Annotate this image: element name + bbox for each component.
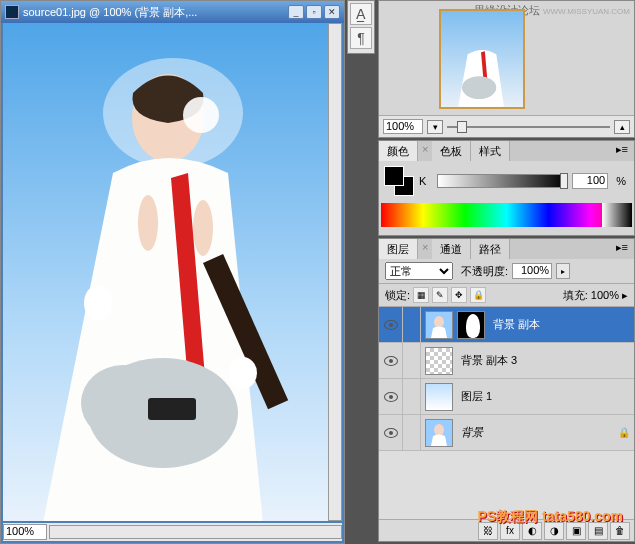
fg-color-swatch[interactable] (385, 167, 403, 185)
layer-name[interactable]: 背景 副本 3 (457, 353, 634, 368)
navigator-zoom-input[interactable]: 100% (383, 119, 423, 134)
navigator-panel: 思缘设计论坛 WWW.MISSYUAN.COM 100% ▾ ▴ (378, 0, 635, 138)
eye-icon (384, 320, 398, 330)
svg-point-12 (462, 76, 496, 99)
zoom-out-button[interactable]: ▾ (427, 120, 443, 134)
minimize-button[interactable]: _ (288, 5, 304, 19)
layer-thumbnail[interactable] (425, 419, 453, 447)
layer-mask-thumbnail[interactable] (457, 311, 485, 339)
eye-icon (384, 428, 398, 438)
layer-row[interactable]: 背景 🔒 (379, 415, 634, 451)
close-button[interactable]: ✕ (324, 5, 340, 19)
panels-area: 思缘设计论坛 WWW.MISSYUAN.COM 100% ▾ ▴ 颜色 × 色板… (378, 0, 635, 544)
link-column[interactable] (403, 343, 421, 378)
svg-point-16 (434, 424, 444, 436)
visibility-toggle[interactable] (379, 343, 403, 378)
layer-row[interactable]: 背景 副本 3 (379, 343, 634, 379)
lock-indicator-icon: 🔒 (618, 427, 634, 438)
titlebar: source01.jpg @ 100% (背景 副本,... _ ▫ ✕ (1, 1, 344, 23)
lock-transparency-icon[interactable]: ▦ (413, 287, 429, 303)
document-window: source01.jpg @ 100% (背景 副本,... _ ▫ ✕ 100… (0, 0, 345, 544)
tab-color[interactable]: 颜色 (379, 141, 418, 161)
panel-menu-icon[interactable]: ▸≡ (610, 141, 634, 161)
lock-all-icon[interactable]: 🔒 (470, 287, 486, 303)
horizontal-scrollbar[interactable] (49, 525, 342, 539)
svg-point-14 (434, 316, 444, 328)
color-spectrum[interactable] (381, 203, 632, 227)
canvas[interactable] (3, 23, 328, 521)
k-slider[interactable] (437, 174, 566, 188)
link-column[interactable] (403, 379, 421, 414)
percent-label: % (614, 175, 628, 187)
layer-thumbnail[interactable] (425, 383, 453, 411)
restore-button[interactable]: ▫ (306, 5, 322, 19)
char-panel-icon[interactable]: A̲ (350, 3, 372, 25)
type-toolbar: A̲ ¶ (347, 0, 375, 54)
svg-point-3 (138, 195, 158, 251)
layer-list: 背景 副本 背景 副本 3 图层 1 背景 🔒 (379, 307, 634, 519)
fill-input[interactable]: 100% (591, 289, 619, 301)
k-label: K (419, 175, 431, 187)
visibility-toggle[interactable] (379, 415, 403, 450)
svg-rect-8 (148, 398, 196, 420)
lock-position-icon[interactable]: ✥ (451, 287, 467, 303)
zoom-input[interactable]: 100% (3, 524, 47, 540)
k-value-input[interactable]: 100 (572, 173, 608, 189)
lock-pixels-icon[interactable]: ✎ (432, 287, 448, 303)
layer-row[interactable]: 背景 副本 (379, 307, 634, 343)
fill-arrow-icon[interactable]: ▸ (622, 289, 628, 302)
layer-options-row: 正常 不透明度: 100% ▸ (379, 259, 634, 284)
zoom-in-button[interactable]: ▴ (614, 120, 630, 134)
blend-mode-select[interactable]: 正常 (385, 262, 453, 280)
navigator-controls: 100% ▾ ▴ (379, 115, 634, 137)
lock-label: 锁定: (385, 288, 410, 303)
layer-row[interactable]: 图层 1 (379, 379, 634, 415)
navigator-thumbnail[interactable] (439, 9, 525, 109)
document-title: source01.jpg @ 100% (背景 副本,... (23, 5, 286, 20)
opacity-label: 不透明度: (461, 264, 508, 279)
tab-channels[interactable]: 通道 (432, 239, 471, 259)
tab-close-icon[interactable]: × (418, 141, 432, 161)
layer-thumbnail[interactable] (425, 311, 453, 339)
tab-swatches[interactable]: 色板 (432, 141, 471, 161)
visibility-toggle[interactable] (379, 307, 403, 342)
color-panel: 颜色 × 色板 样式 ▸≡ K 100 % (378, 140, 635, 236)
opacity-input[interactable]: 100% (512, 263, 552, 279)
link-column[interactable] (403, 307, 421, 342)
svg-point-10 (229, 357, 257, 389)
layer-thumbnail[interactable] (425, 347, 453, 375)
ps-icon (5, 5, 19, 19)
layers-tabs: 图层 × 通道 路径 ▸≡ (379, 239, 634, 259)
zoom-slider[interactable] (447, 123, 610, 131)
color-body: K 100 % (379, 161, 634, 201)
layer-name[interactable]: 背景 (457, 425, 618, 440)
paragraph-panel-icon[interactable]: ¶ (350, 27, 372, 49)
layer-name[interactable]: 图层 1 (457, 389, 634, 404)
fg-bg-swatches[interactable] (385, 167, 413, 195)
layer-name[interactable]: 背景 副本 (489, 317, 634, 332)
status-bar: 100% (3, 523, 342, 541)
tab-layers[interactable]: 图层 (379, 239, 418, 259)
visibility-toggle[interactable] (379, 379, 403, 414)
svg-point-9 (84, 285, 112, 321)
tab-paths[interactable]: 路径 (471, 239, 510, 259)
vertical-scrollbar[interactable] (328, 23, 342, 521)
watermark: PS教程网 tata580.com (478, 508, 624, 526)
svg-point-2 (183, 97, 219, 133)
eye-icon (384, 392, 398, 402)
lock-row: 锁定: ▦ ✎ ✥ 🔒 填充: 100% ▸ (379, 284, 634, 307)
panel-menu-icon[interactable]: ▸≡ (610, 239, 634, 259)
opacity-arrow-icon[interactable]: ▸ (556, 263, 570, 279)
fill-label: 填充: (563, 288, 588, 303)
link-column[interactable] (403, 415, 421, 450)
tab-close-icon[interactable]: × (418, 239, 432, 259)
svg-point-4 (193, 200, 213, 256)
layers-panel: 图层 × 通道 路径 ▸≡ 正常 不透明度: 100% ▸ 锁定: ▦ ✎ ✥ … (378, 238, 635, 542)
tab-styles[interactable]: 样式 (471, 141, 510, 161)
eye-icon (384, 356, 398, 366)
color-tabs: 颜色 × 色板 样式 ▸≡ (379, 141, 634, 161)
canvas-image (3, 23, 328, 521)
